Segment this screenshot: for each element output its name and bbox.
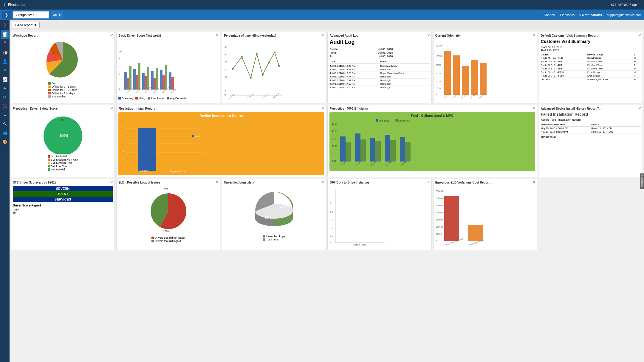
sidebar-icon-block[interactable]: 🚫 bbox=[1, 102, 9, 110]
driver-score-title: Basic Driver Score (last week) bbox=[118, 34, 218, 37]
svg-text:Total: Total bbox=[195, 135, 200, 138]
fi-row: May 15, 2015 4:00:00 PMRoute 11 - ER - B… bbox=[541, 127, 641, 130]
notifications-badge[interactable]: 0 Notifications bbox=[579, 13, 602, 17]
add-report-button[interactable]: + Add report ▼ bbox=[12, 22, 40, 28]
svg-text:300000: 300000 bbox=[436, 197, 443, 199]
svg-text:20.00: 20.00 bbox=[332, 145, 337, 147]
sidebar-icon-users[interactable]: 👥 bbox=[1, 129, 9, 137]
driver-score-legend: Speeding Idling After Hours Avg Demerits bbox=[118, 97, 218, 100]
audit-row: Jul 06, 2018 8:17:10 PMUserLogin bbox=[329, 82, 429, 86]
cv-row: Route 002 - EI - BMFL Mgmt TeamH bbox=[541, 60, 641, 63]
sidebar-icon-map[interactable]: 📍 bbox=[1, 39, 9, 48]
dashboard-grid: Watchdog Report ✕ 14 1 2 bbox=[10, 30, 644, 252]
svg-rect-117 bbox=[395, 119, 398, 122]
cv-header: Customer Visit Summary bbox=[541, 39, 641, 44]
widget-time-idling: Percentage of time idling (yesterday) ✕ … bbox=[222, 32, 326, 103]
svg-text:0.2: 0.2 bbox=[330, 234, 334, 237]
svg-text:Route 12: Route 12 bbox=[262, 93, 269, 99]
sidebar-icon-gear[interactable]: ⚙ bbox=[1, 93, 9, 101]
svg-text:15: 15 bbox=[225, 76, 227, 78]
svg-text:0: 0 bbox=[225, 94, 226, 96]
audit-log-meta: Created Jul 06, 2018 From Jul 05, 2018 T… bbox=[329, 48, 429, 58]
svg-rect-12 bbox=[133, 69, 136, 90]
off-duty-close[interactable]: ✕ bbox=[427, 180, 430, 184]
sidebar-icon-route[interactable]: ↗ bbox=[1, 66, 9, 74]
audit-row: Jul 06, 2018 8:18:28 PMUserLogin bbox=[329, 68, 429, 72]
sidebar-icon-truck[interactable]: 🚛 bbox=[1, 48, 9, 57]
nav-right: Support Fleetistics 0 Notifications supp… bbox=[544, 13, 642, 17]
svg-rect-23 bbox=[165, 65, 167, 90]
svg-text:1.2: 1.2 bbox=[330, 192, 334, 195]
nav-expand[interactable]: ❯ bbox=[2, 11, 11, 19]
fi-header: Failed Installation Record bbox=[541, 112, 641, 116]
svg-text:-Route 28 -: -Route 28 - bbox=[272, 92, 281, 99]
svg-rect-10 bbox=[127, 78, 129, 90]
driver-score-close[interactable]: ✕ bbox=[216, 33, 219, 37]
svg-text:0: 0 bbox=[436, 240, 437, 242]
sidebar-icon-palette[interactable]: 🎨 bbox=[1, 138, 9, 146]
svg-point-46 bbox=[268, 62, 270, 64]
svg-text:0.4: 0.4 bbox=[121, 159, 124, 161]
svg-text:100%: 100% bbox=[59, 134, 69, 138]
svg-text:1: 1 bbox=[67, 49, 69, 52]
feedback-tab[interactable]: Feedback bbox=[640, 173, 644, 189]
filter-dropdown[interactable]: All ▼ bbox=[51, 11, 63, 18]
sidebar-icon-dashboard[interactable]: 📊 bbox=[1, 30, 9, 39]
audit-row: Jul 06, 2018 8:17:37 PMUserLogin bbox=[329, 79, 429, 82]
svg-text:1: 1 bbox=[121, 134, 122, 136]
customer-visit-close[interactable]: ✕ bbox=[638, 33, 641, 37]
svg-text:80000: 80000 bbox=[436, 64, 442, 66]
svg-rect-65 bbox=[480, 63, 487, 95]
cv-row: Route 45 - DA - F150Darryl GroupH bbox=[541, 56, 641, 60]
failed-install-close[interactable]: ✕ bbox=[638, 106, 641, 110]
sidebar-icon-chart[interactable]: 📈 bbox=[1, 75, 9, 83]
svg-rect-106 bbox=[390, 140, 396, 162]
svg-text:5: 5 bbox=[225, 89, 226, 92]
svg-text:0%: 0% bbox=[164, 187, 168, 190]
odometer-title: Current Odometer bbox=[435, 34, 535, 37]
svg-text:10.00: 10.00 bbox=[332, 153, 337, 155]
sidebar-icon-settings2[interactable]: 🔧 bbox=[1, 120, 9, 128]
sidebar-icon-print[interactable]: 🖨 bbox=[1, 84, 9, 92]
svg-text:8: 8 bbox=[119, 58, 120, 60]
eld-violations-close[interactable]: ✕ bbox=[532, 180, 536, 184]
cv-rows: Route 45 - DA - F150Darryl GroupH Route … bbox=[541, 56, 641, 81]
user-email[interactable]: support@fleetistics.com bbox=[607, 13, 642, 17]
svg-text:0.6: 0.6 bbox=[330, 219, 334, 222]
unverified-logs-close[interactable]: ✕ bbox=[321, 180, 324, 184]
svg-rect-24 bbox=[169, 72, 171, 90]
top-bar-right: 877-467-0326 opt 2. bbox=[611, 3, 640, 7]
svg-text:6: 6 bbox=[119, 65, 120, 68]
odometer-close[interactable]: ✕ bbox=[532, 33, 536, 37]
eld-logout-legend: Drivers that did not logout Drivers that… bbox=[151, 236, 185, 243]
driver-safety-close[interactable]: ✕ bbox=[110, 106, 113, 110]
company-name: Fleetistics bbox=[560, 13, 575, 17]
sidebar-icon-help[interactable]: ❓ bbox=[1, 21, 9, 30]
audit-log-close[interactable]: ✕ bbox=[427, 33, 430, 37]
sidebar-icon-person[interactable]: 👤 bbox=[1, 57, 9, 66]
mpg-close[interactable]: ✕ bbox=[532, 106, 536, 110]
audit-row: Jul 06, 2018 8:17:10 PMUserLogin bbox=[329, 86, 429, 89]
svg-rect-21 bbox=[160, 70, 162, 90]
widget-watchdog: Watchdog Report ✕ 14 1 2 bbox=[11, 32, 115, 103]
driver-safety-legend: 0-1: High Risk 1-2: Medium High Risk 2-3… bbox=[48, 155, 78, 171]
widget-odometer: Current Odometer ✕ 120000 100000 80000 6… bbox=[433, 32, 537, 103]
odometer-chart: 120000 100000 80000 60000 40000 20000 0 … bbox=[435, 39, 493, 99]
watchdog-close[interactable]: ✕ bbox=[110, 33, 113, 37]
svg-rect-102 bbox=[360, 139, 366, 162]
svg-rect-19 bbox=[154, 78, 156, 90]
svg-text:10: 10 bbox=[225, 83, 227, 86]
sts-close[interactable]: ✕ bbox=[110, 180, 113, 184]
install-chart: 1.2 1 0.8 0.6 0.4 0.2 bbox=[120, 120, 207, 173]
groups-filter-input[interactable]: Groups filter bbox=[13, 11, 49, 18]
support-link[interactable]: Support bbox=[544, 13, 555, 17]
time-idling-close[interactable]: ✕ bbox=[321, 33, 324, 37]
svg-text:20000: 20000 bbox=[436, 87, 442, 89]
install-report-close[interactable]: ✕ bbox=[321, 106, 324, 110]
eld-violations-title: Egregious ELD Violations Cost Report bbox=[435, 181, 535, 184]
sidebar-icon-chevrons[interactable]: » bbox=[1, 111, 9, 119]
svg-text:40.00: 40.00 bbox=[332, 130, 337, 132]
svg-text:4: 4 bbox=[119, 73, 120, 75]
widget-audit-log: Advanced Audit Log ✕ Audit Log Created J… bbox=[327, 32, 431, 103]
eld-logout-close[interactable]: ✕ bbox=[216, 180, 219, 184]
